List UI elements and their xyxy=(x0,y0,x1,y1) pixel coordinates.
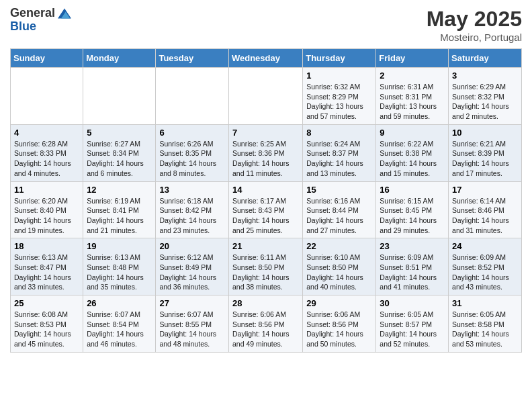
day-info: Sunrise: 6:31 AM Sunset: 8:31 PM Dayligh… xyxy=(380,82,445,122)
day-number: 19 xyxy=(87,241,152,251)
day-number: 17 xyxy=(452,185,518,195)
day-number: 20 xyxy=(159,241,225,251)
weekday-wednesday: Wednesday xyxy=(228,49,302,68)
day-cell xyxy=(83,68,156,125)
day-cell: 12Sunrise: 6:19 AM Sunset: 8:41 PM Dayli… xyxy=(83,181,156,238)
day-number: 6 xyxy=(159,128,225,138)
day-cell: 18Sunrise: 6:13 AM Sunset: 8:47 PM Dayli… xyxy=(11,238,83,295)
day-cell: 28Sunrise: 6:06 AM Sunset: 8:56 PM Dayli… xyxy=(228,295,302,353)
day-number: 9 xyxy=(380,128,445,138)
day-cell: 19Sunrise: 6:13 AM Sunset: 8:48 PM Dayli… xyxy=(83,238,156,295)
day-info: Sunrise: 6:05 AM Sunset: 8:57 PM Dayligh… xyxy=(380,310,445,349)
day-info: Sunrise: 6:21 AM Sunset: 8:39 PM Dayligh… xyxy=(452,139,518,179)
day-cell: 30Sunrise: 6:05 AM Sunset: 8:57 PM Dayli… xyxy=(376,295,449,353)
day-cell: 29Sunrise: 6:06 AM Sunset: 8:56 PM Dayli… xyxy=(303,295,376,353)
day-cell xyxy=(228,68,302,125)
day-number: 24 xyxy=(452,241,518,251)
day-info: Sunrise: 6:12 AM Sunset: 8:49 PM Dayligh… xyxy=(159,253,225,292)
day-info: Sunrise: 6:17 AM Sunset: 8:43 PM Dayligh… xyxy=(232,196,299,236)
day-number: 23 xyxy=(380,241,445,251)
day-number: 13 xyxy=(159,185,225,195)
day-number: 11 xyxy=(14,185,79,195)
day-info: Sunrise: 6:25 AM Sunset: 8:36 PM Dayligh… xyxy=(232,139,299,179)
logo: General Blue xyxy=(10,7,71,34)
title-block: May 2025 Mosteiro, Portugal xyxy=(427,7,522,43)
weekday-saturday: Saturday xyxy=(449,49,522,68)
day-number: 22 xyxy=(306,241,372,251)
logo-blue: Blue xyxy=(10,19,36,33)
logo-icon xyxy=(58,7,71,20)
day-cell: 7Sunrise: 6:25 AM Sunset: 8:36 PM Daylig… xyxy=(228,124,302,181)
day-info: Sunrise: 6:16 AM Sunset: 8:44 PM Dayligh… xyxy=(306,196,372,236)
day-cell: 20Sunrise: 6:12 AM Sunset: 8:49 PM Dayli… xyxy=(156,238,229,295)
day-number: 12 xyxy=(87,185,152,195)
week-row-4: 18Sunrise: 6:13 AM Sunset: 8:47 PM Dayli… xyxy=(11,238,522,295)
day-number: 15 xyxy=(306,185,372,195)
logo-general: General xyxy=(10,7,55,20)
day-number: 30 xyxy=(380,298,445,308)
day-cell: 25Sunrise: 6:08 AM Sunset: 8:53 PM Dayli… xyxy=(11,295,83,353)
day-cell: 13Sunrise: 6:18 AM Sunset: 8:42 PM Dayli… xyxy=(156,181,229,238)
day-cell: 1Sunrise: 6:32 AM Sunset: 8:29 PM Daylig… xyxy=(303,68,376,125)
day-cell: 22Sunrise: 6:10 AM Sunset: 8:50 PM Dayli… xyxy=(303,238,376,295)
location: Mosteiro, Portugal xyxy=(427,32,522,43)
day-info: Sunrise: 6:07 AM Sunset: 8:54 PM Dayligh… xyxy=(87,310,152,349)
day-info: Sunrise: 6:05 AM Sunset: 8:58 PM Dayligh… xyxy=(452,310,518,349)
day-number: 10 xyxy=(452,128,518,138)
day-cell: 3Sunrise: 6:29 AM Sunset: 8:32 PM Daylig… xyxy=(449,68,522,125)
day-cell: 8Sunrise: 6:24 AM Sunset: 8:37 PM Daylig… xyxy=(303,124,376,181)
day-number: 29 xyxy=(306,298,372,308)
week-row-5: 25Sunrise: 6:08 AM Sunset: 8:53 PM Dayli… xyxy=(11,295,522,353)
day-info: Sunrise: 6:08 AM Sunset: 8:53 PM Dayligh… xyxy=(14,310,79,349)
day-cell: 26Sunrise: 6:07 AM Sunset: 8:54 PM Dayli… xyxy=(83,295,156,353)
day-number: 18 xyxy=(14,241,79,251)
day-info: Sunrise: 6:09 AM Sunset: 8:52 PM Dayligh… xyxy=(452,253,518,292)
day-cell: 21Sunrise: 6:11 AM Sunset: 8:50 PM Dayli… xyxy=(228,238,302,295)
day-info: Sunrise: 6:11 AM Sunset: 8:50 PM Dayligh… xyxy=(232,253,299,292)
day-info: Sunrise: 6:26 AM Sunset: 8:35 PM Dayligh… xyxy=(159,139,225,179)
day-info: Sunrise: 6:06 AM Sunset: 8:56 PM Dayligh… xyxy=(306,310,372,349)
month-title: May 2025 xyxy=(427,7,522,32)
day-info: Sunrise: 6:32 AM Sunset: 8:29 PM Dayligh… xyxy=(306,82,372,122)
day-number: 16 xyxy=(380,185,445,195)
day-number: 3 xyxy=(452,71,518,81)
day-cell: 15Sunrise: 6:16 AM Sunset: 8:44 PM Dayli… xyxy=(303,181,376,238)
day-cell: 27Sunrise: 6:07 AM Sunset: 8:55 PM Dayli… xyxy=(156,295,229,353)
day-cell: 14Sunrise: 6:17 AM Sunset: 8:43 PM Dayli… xyxy=(228,181,302,238)
day-cell: 4Sunrise: 6:28 AM Sunset: 8:33 PM Daylig… xyxy=(11,124,83,181)
day-number: 4 xyxy=(14,128,79,138)
weekday-sunday: Sunday xyxy=(11,49,83,68)
day-cell: 16Sunrise: 6:15 AM Sunset: 8:45 PM Dayli… xyxy=(376,181,449,238)
day-number: 26 xyxy=(87,298,152,308)
day-cell: 5Sunrise: 6:27 AM Sunset: 8:34 PM Daylig… xyxy=(83,124,156,181)
day-number: 31 xyxy=(452,298,518,308)
day-info: Sunrise: 6:18 AM Sunset: 8:42 PM Dayligh… xyxy=(159,196,225,236)
day-cell xyxy=(156,68,229,125)
week-row-2: 4Sunrise: 6:28 AM Sunset: 8:33 PM Daylig… xyxy=(11,124,522,181)
day-info: Sunrise: 6:13 AM Sunset: 8:48 PM Dayligh… xyxy=(87,253,152,292)
weekday-header-row: SundayMondayTuesdayWednesdayThursdayFrid… xyxy=(11,49,522,68)
weekday-friday: Friday xyxy=(376,49,449,68)
day-cell: 24Sunrise: 6:09 AM Sunset: 8:52 PM Dayli… xyxy=(449,238,522,295)
day-info: Sunrise: 6:09 AM Sunset: 8:51 PM Dayligh… xyxy=(380,253,445,292)
weekday-tuesday: Tuesday xyxy=(156,49,229,68)
day-number: 7 xyxy=(232,128,299,138)
day-info: Sunrise: 6:13 AM Sunset: 8:47 PM Dayligh… xyxy=(14,253,79,292)
day-number: 2 xyxy=(380,71,445,81)
day-info: Sunrise: 6:24 AM Sunset: 8:37 PM Dayligh… xyxy=(306,139,372,179)
week-row-3: 11Sunrise: 6:20 AM Sunset: 8:40 PM Dayli… xyxy=(11,181,522,238)
day-info: Sunrise: 6:06 AM Sunset: 8:56 PM Dayligh… xyxy=(232,310,299,349)
week-row-1: 1Sunrise: 6:32 AM Sunset: 8:29 PM Daylig… xyxy=(11,68,522,125)
day-info: Sunrise: 6:28 AM Sunset: 8:33 PM Dayligh… xyxy=(14,139,79,179)
day-info: Sunrise: 6:20 AM Sunset: 8:40 PM Dayligh… xyxy=(14,196,79,236)
page-header: General Blue May 2025 Mosteiro, Portugal xyxy=(10,7,522,43)
day-number: 27 xyxy=(159,298,225,308)
weekday-thursday: Thursday xyxy=(303,49,376,68)
day-cell: 17Sunrise: 6:14 AM Sunset: 8:46 PM Dayli… xyxy=(449,181,522,238)
day-cell: 9Sunrise: 6:22 AM Sunset: 8:38 PM Daylig… xyxy=(376,124,449,181)
day-number: 21 xyxy=(232,241,299,251)
calendar-table: SundayMondayTuesdayWednesdayThursdayFrid… xyxy=(10,48,522,353)
day-cell: 11Sunrise: 6:20 AM Sunset: 8:40 PM Dayli… xyxy=(11,181,83,238)
day-cell: 10Sunrise: 6:21 AM Sunset: 8:39 PM Dayli… xyxy=(449,124,522,181)
day-info: Sunrise: 6:19 AM Sunset: 8:41 PM Dayligh… xyxy=(87,196,152,236)
